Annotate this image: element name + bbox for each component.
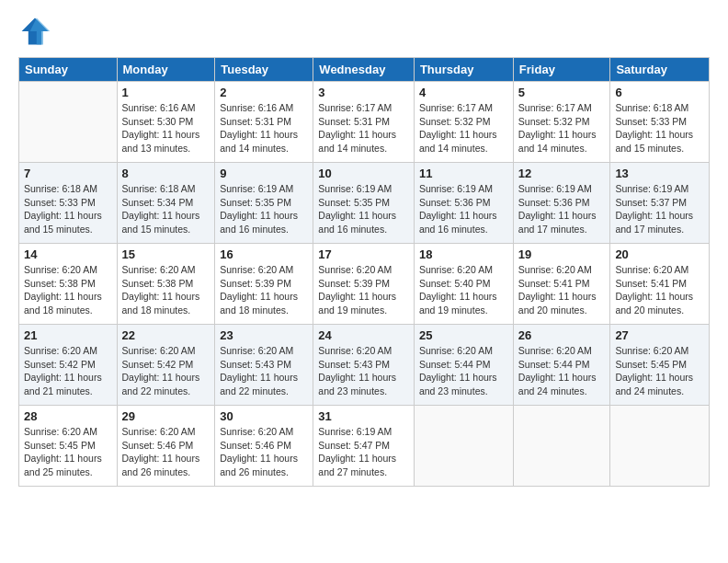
calendar-cell: 15Sunrise: 6:20 AMSunset: 5:38 PMDayligh… xyxy=(117,244,215,325)
weekday-header-sunday: Sunday xyxy=(19,58,118,82)
day-info: Sunrise: 6:17 AMSunset: 5:32 PMDaylight:… xyxy=(518,101,606,155)
weekday-header-saturday: Saturday xyxy=(610,58,710,82)
day-info: Sunrise: 6:18 AMSunset: 5:33 PMDaylight:… xyxy=(24,182,112,236)
calendar-cell: 12Sunrise: 6:19 AMSunset: 5:36 PMDayligh… xyxy=(513,163,610,244)
weekday-header-monday: Monday xyxy=(117,58,215,82)
calendar-cell: 14Sunrise: 6:20 AMSunset: 5:38 PMDayligh… xyxy=(19,244,118,325)
day-info: Sunrise: 6:18 AMSunset: 5:33 PMDaylight:… xyxy=(615,101,704,155)
day-number: 6 xyxy=(615,86,704,99)
weekday-header-friday: Friday xyxy=(513,58,610,82)
day-number: 30 xyxy=(220,409,308,423)
day-number: 13 xyxy=(615,167,704,180)
calendar-cell: 23Sunrise: 6:20 AMSunset: 5:43 PMDayligh… xyxy=(215,325,313,406)
day-info: Sunrise: 6:20 AMSunset: 5:46 PMDaylight:… xyxy=(220,425,308,479)
day-info: Sunrise: 6:16 AMSunset: 5:31 PMDaylight:… xyxy=(220,101,308,155)
day-number: 23 xyxy=(220,328,308,342)
day-number: 29 xyxy=(122,409,210,423)
calendar-cell xyxy=(513,406,610,487)
day-number: 20 xyxy=(615,247,704,261)
day-number: 4 xyxy=(419,86,508,99)
calendar-cell: 7Sunrise: 6:18 AMSunset: 5:33 PMDaylight… xyxy=(19,163,118,244)
calendar-cell: 24Sunrise: 6:20 AMSunset: 5:43 PMDayligh… xyxy=(313,325,415,406)
calendar-header: SundayMondayTuesdayWednesdayThursdayFrid… xyxy=(19,58,710,82)
weekday-header-thursday: Thursday xyxy=(414,58,513,82)
day-number: 9 xyxy=(220,167,308,180)
calendar-cell: 30Sunrise: 6:20 AMSunset: 5:46 PMDayligh… xyxy=(215,406,313,487)
day-info: Sunrise: 6:20 AMSunset: 5:43 PMDaylight:… xyxy=(318,344,409,398)
calendar-cell: 3Sunrise: 6:17 AMSunset: 5:31 PMDaylight… xyxy=(313,82,415,163)
day-number: 19 xyxy=(518,247,606,261)
calendar-cell: 21Sunrise: 6:20 AMSunset: 5:42 PMDayligh… xyxy=(19,325,118,406)
day-info: Sunrise: 6:20 AMSunset: 5:45 PMDaylight:… xyxy=(24,425,112,479)
day-number: 26 xyxy=(518,328,606,342)
day-number: 12 xyxy=(518,167,606,180)
calendar-cell: 6Sunrise: 6:18 AMSunset: 5:33 PMDaylight… xyxy=(610,82,710,163)
calendar-week-row: 7Sunrise: 6:18 AMSunset: 5:33 PMDaylight… xyxy=(19,163,710,244)
weekday-header-wednesday: Wednesday xyxy=(313,58,415,82)
day-info: Sunrise: 6:20 AMSunset: 5:38 PMDaylight:… xyxy=(122,263,210,317)
calendar-cell: 29Sunrise: 6:20 AMSunset: 5:46 PMDayligh… xyxy=(117,406,215,487)
day-number: 14 xyxy=(24,247,112,261)
calendar-cell: 19Sunrise: 6:20 AMSunset: 5:41 PMDayligh… xyxy=(513,244,610,325)
calendar-week-row: 21Sunrise: 6:20 AMSunset: 5:42 PMDayligh… xyxy=(19,325,710,406)
calendar-cell: 28Sunrise: 6:20 AMSunset: 5:45 PMDayligh… xyxy=(19,406,118,487)
day-info: Sunrise: 6:19 AMSunset: 5:37 PMDaylight:… xyxy=(615,182,704,236)
day-number: 24 xyxy=(318,328,409,342)
calendar-cell: 22Sunrise: 6:20 AMSunset: 5:42 PMDayligh… xyxy=(117,325,215,406)
day-info: Sunrise: 6:16 AMSunset: 5:30 PMDaylight:… xyxy=(122,101,210,155)
calendar-cell: 11Sunrise: 6:19 AMSunset: 5:36 PMDayligh… xyxy=(414,163,513,244)
calendar-cell xyxy=(414,406,513,487)
header xyxy=(18,15,710,48)
calendar-cell: 26Sunrise: 6:20 AMSunset: 5:44 PMDayligh… xyxy=(513,325,610,406)
calendar-cell: 17Sunrise: 6:20 AMSunset: 5:39 PMDayligh… xyxy=(313,244,415,325)
calendar-cell: 8Sunrise: 6:18 AMSunset: 5:34 PMDaylight… xyxy=(117,163,215,244)
day-info: Sunrise: 6:20 AMSunset: 5:41 PMDaylight:… xyxy=(615,263,704,317)
day-number: 10 xyxy=(318,167,409,180)
day-info: Sunrise: 6:20 AMSunset: 5:46 PMDaylight:… xyxy=(122,425,210,479)
calendar-body: 1Sunrise: 6:16 AMSunset: 5:30 PMDaylight… xyxy=(19,82,710,487)
calendar-cell xyxy=(19,82,118,163)
day-number: 3 xyxy=(318,86,409,99)
calendar-cell: 2Sunrise: 6:16 AMSunset: 5:31 PMDaylight… xyxy=(215,82,313,163)
logo-icon xyxy=(18,15,51,48)
day-info: Sunrise: 6:17 AMSunset: 5:32 PMDaylight:… xyxy=(419,101,508,155)
day-info: Sunrise: 6:20 AMSunset: 5:45 PMDaylight:… xyxy=(615,344,704,398)
day-info: Sunrise: 6:20 AMSunset: 5:42 PMDaylight:… xyxy=(122,344,210,398)
calendar-week-row: 28Sunrise: 6:20 AMSunset: 5:45 PMDayligh… xyxy=(19,406,710,487)
calendar-cell: 4Sunrise: 6:17 AMSunset: 5:32 PMDaylight… xyxy=(414,82,513,163)
page: SundayMondayTuesdayWednesdayThursdayFrid… xyxy=(0,0,728,563)
day-info: Sunrise: 6:20 AMSunset: 5:39 PMDaylight:… xyxy=(220,263,308,317)
day-info: Sunrise: 6:19 AMSunset: 5:36 PMDaylight:… xyxy=(419,182,508,236)
day-info: Sunrise: 6:20 AMSunset: 5:41 PMDaylight:… xyxy=(518,263,606,317)
day-info: Sunrise: 6:19 AMSunset: 5:35 PMDaylight:… xyxy=(318,182,409,236)
calendar-cell: 10Sunrise: 6:19 AMSunset: 5:35 PMDayligh… xyxy=(313,163,415,244)
calendar-cell: 18Sunrise: 6:20 AMSunset: 5:40 PMDayligh… xyxy=(414,244,513,325)
day-number: 31 xyxy=(318,409,409,423)
day-info: Sunrise: 6:20 AMSunset: 5:42 PMDaylight:… xyxy=(24,344,112,398)
day-number: 7 xyxy=(24,167,112,180)
weekday-header-tuesday: Tuesday xyxy=(215,58,313,82)
day-info: Sunrise: 6:20 AMSunset: 5:39 PMDaylight:… xyxy=(318,263,409,317)
day-info: Sunrise: 6:20 AMSunset: 5:43 PMDaylight:… xyxy=(220,344,308,398)
day-number: 5 xyxy=(518,86,606,99)
day-info: Sunrise: 6:17 AMSunset: 5:31 PMDaylight:… xyxy=(318,101,409,155)
day-info: Sunrise: 6:20 AMSunset: 5:40 PMDaylight:… xyxy=(419,263,508,317)
calendar-week-row: 1Sunrise: 6:16 AMSunset: 5:30 PMDaylight… xyxy=(19,82,710,163)
calendar-cell: 31Sunrise: 6:19 AMSunset: 5:47 PMDayligh… xyxy=(313,406,415,487)
calendar-cell: 25Sunrise: 6:20 AMSunset: 5:44 PMDayligh… xyxy=(414,325,513,406)
calendar-cell: 9Sunrise: 6:19 AMSunset: 5:35 PMDaylight… xyxy=(215,163,313,244)
day-number: 8 xyxy=(122,167,210,180)
day-number: 15 xyxy=(122,247,210,261)
calendar-week-row: 14Sunrise: 6:20 AMSunset: 5:38 PMDayligh… xyxy=(19,244,710,325)
day-number: 27 xyxy=(615,328,704,342)
day-number: 22 xyxy=(122,328,210,342)
day-number: 21 xyxy=(24,328,112,342)
calendar-cell: 16Sunrise: 6:20 AMSunset: 5:39 PMDayligh… xyxy=(215,244,313,325)
day-info: Sunrise: 6:19 AMSunset: 5:47 PMDaylight:… xyxy=(318,425,409,479)
logo xyxy=(18,15,55,48)
day-number: 17 xyxy=(318,247,409,261)
calendar-cell: 1Sunrise: 6:16 AMSunset: 5:30 PMDaylight… xyxy=(117,82,215,163)
day-number: 28 xyxy=(24,409,112,423)
day-number: 18 xyxy=(419,247,508,261)
calendar-table: SundayMondayTuesdayWednesdayThursdayFrid… xyxy=(18,57,710,487)
